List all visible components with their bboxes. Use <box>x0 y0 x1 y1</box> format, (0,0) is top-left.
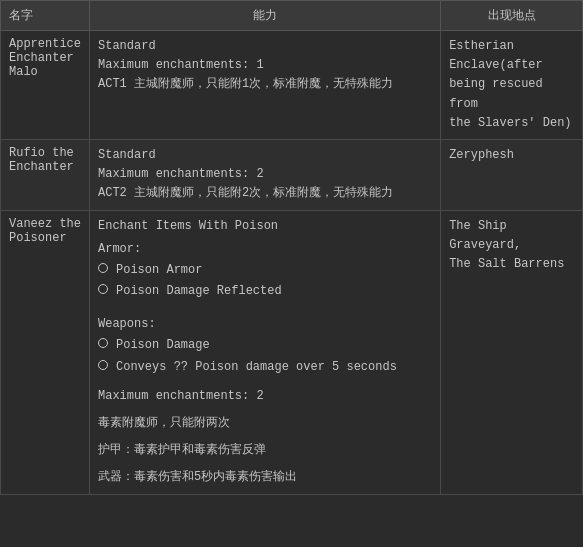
main-table-container: 名字 能力 出现地点 Apprentice Enchanter MaloStan… <box>0 0 583 495</box>
ability-text: 护甲：毒素护甲和毒素伤害反弹 <box>98 441 432 460</box>
spacer <box>98 433 432 441</box>
table-row: Rufio the EnchanterStandardMaximum encha… <box>1 139 583 210</box>
enchanter-table: 名字 能力 出现地点 Apprentice Enchanter MaloStan… <box>0 0 583 495</box>
bullet-icon <box>98 263 108 273</box>
ability-text: 毒素附魔师，只能附两次 <box>98 414 432 433</box>
bullet-icon <box>98 360 108 370</box>
ability-text: Maximum enchantments: 2 <box>98 387 432 406</box>
ability-text: ACT1 主城附魔师，只能附1次，标准附魔，无特殊能力 <box>98 75 432 94</box>
spacer <box>98 303 432 311</box>
table-row: Apprentice Enchanter MaloStandardMaximum… <box>1 31 583 140</box>
bullet-text: Poison Armor <box>116 261 202 280</box>
name-cell: Vaneez the Poisoner <box>1 210 90 494</box>
bullet-icon <box>98 284 108 294</box>
ability-text: ACT2 主城附魔师，只能附2次，标准附魔，无特殊能力 <box>98 184 432 203</box>
location-cell: Zeryphesh <box>441 139 583 210</box>
ability-text: Standard <box>98 146 432 165</box>
ability-section: Weapons: <box>98 315 432 334</box>
spacer <box>98 406 432 414</box>
spacer <box>98 379 432 387</box>
ability-bullet-item: Poison Damage <box>98 336 432 355</box>
bullet-text: Conveys ?? Poison damage over 5 seconds <box>116 358 397 377</box>
ability-text: Enchant Items With Poison <box>98 217 432 236</box>
ability-section: Armor: <box>98 240 432 259</box>
ability-cell: StandardMaximum enchantments: 1ACT1 主城附魔… <box>90 31 441 140</box>
ability-bullet-item: Poison Damage Reflected <box>98 282 432 301</box>
ability-text: 武器：毒素伤害和5秒内毒素伤害输出 <box>98 468 432 487</box>
ability-bullet-item: Poison Armor <box>98 261 432 280</box>
header-location: 出现地点 <box>441 1 583 31</box>
ability-text: Maximum enchantments: 2 <box>98 165 432 184</box>
bullet-text: Poison Damage <box>116 336 210 355</box>
location-cell: The Ship Graveyard, The Salt Barrens <box>441 210 583 494</box>
header-ability: 能力 <box>90 1 441 31</box>
table-row: Vaneez the PoisonerEnchant Items With Po… <box>1 210 583 494</box>
ability-cell: StandardMaximum enchantments: 2ACT2 主城附魔… <box>90 139 441 210</box>
ability-text: Maximum enchantments: 1 <box>98 56 432 75</box>
name-cell: Apprentice Enchanter Malo <box>1 31 90 140</box>
location-cell: Estherian Enclave(after being rescued fr… <box>441 31 583 140</box>
ability-cell: Enchant Items With PoisonArmor:Poison Ar… <box>90 210 441 494</box>
ability-bullet-item: Conveys ?? Poison damage over 5 seconds <box>98 358 432 377</box>
bullet-icon <box>98 338 108 348</box>
header-name: 名字 <box>1 1 90 31</box>
bullet-text: Poison Damage Reflected <box>116 282 282 301</box>
ability-text: Standard <box>98 37 432 56</box>
spacer <box>98 460 432 468</box>
name-cell: Rufio the Enchanter <box>1 139 90 210</box>
